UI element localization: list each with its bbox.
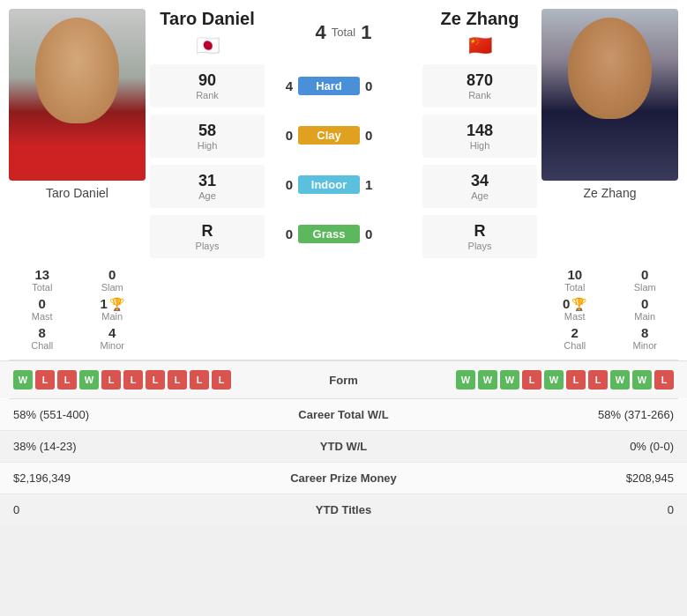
indoor-score-right: 1 [365,177,385,192]
right-plays-label: Plays [468,241,492,251]
left-trophy-icon: 🏆 [109,297,124,311]
total-score-right: 1 [361,21,371,44]
form-right-badge-1: W [478,370,497,390]
left-total-val: 13 [34,267,49,282]
left-flag-row: 🇯🇵 [196,34,220,57]
left-main-val: 1 [101,296,108,311]
stats-row-3: 0YTD Titles0 [0,494,687,526]
clay-score-left: 0 [273,128,293,143]
hard-row: 4 Hard 0 [273,77,414,95]
left-chall-val: 8 [39,325,46,340]
grass-score-left: 0 [273,226,293,241]
right-chall-cell: 2 Chall [541,325,609,351]
stats-right-3: 0 [479,494,687,526]
right-player-name: Ze Zhang [441,9,519,29]
form-right-badge-0: W [456,370,475,390]
grass-score-right: 0 [365,226,385,241]
form-right-badge-8: W [632,370,652,390]
right-player-photo-col: Ze Zhang [541,9,678,258]
form-right-badge-3: L [522,370,541,390]
stats-right-1: 0% (0-0) [479,431,687,463]
hard-score-left: 4 [273,78,293,93]
left-rank-label: Rank [196,90,219,100]
clay-score-right: 0 [365,128,385,143]
form-right-badge-4: W [544,370,564,390]
right-trophy-icon: 🏆 [571,297,586,311]
right-total-lbl: Total [564,282,585,293]
right-high-value: 148 [467,122,493,140]
left-minor-lbl: Minor [100,340,124,351]
right-age-label: Age [471,190,489,201]
right-chall-lbl: Chall [564,340,586,351]
left-slam-cell: 0 Slam [79,267,146,293]
left-flag: 🇯🇵 [196,34,220,57]
hard-badge: Hard [298,77,360,95]
form-right-badge-6: L [588,370,608,390]
stats-center-2: Career Prize Money [208,463,479,494]
stats-table: 58% (551-400)Career Total W/L58% (371-26… [0,399,687,525]
stats-left-3: 0 [0,494,208,526]
right-total-val: 10 [567,267,582,282]
left-age-label: Age [198,190,216,201]
left-slam-val: 0 [108,267,116,282]
right-rank-label: Rank [468,90,491,100]
stats-row-0: 58% (551-400)Career Total W/L58% (371-26… [0,399,687,431]
right-minor-val: 8 [641,325,648,340]
left-chall-cell: 8 Chall [9,325,76,351]
left-slam-lbl: Slam [101,282,123,293]
stats-center-3: YTD Titles [208,494,479,526]
grass-row: 0 Grass 0 [273,225,414,243]
form-label: Form [291,374,397,387]
stats-row-2: $2,196,349Career Prize Money$208,945 [0,463,687,494]
form-left-badge-6: L [146,370,165,390]
right-flag-row: 🇨🇳 [468,34,492,57]
form-right-badge-9: L [654,370,674,390]
right-slam-cell: 0 Slam [612,267,679,293]
hard-score-right: 0 [365,78,385,93]
form-right-badge-2: W [500,370,519,390]
right-age-value: 34 [471,172,489,190]
form-section: WLLWLLLLLL Form WWWLWLLWWL [0,360,687,398]
left-total-cell: 13 Total [9,267,76,293]
total-row: 4 Total 1 [273,21,414,44]
right-total-cell: 10 Total [541,267,609,293]
left-rank-value: 90 [198,71,216,90]
right-main-cell: 0 Main [612,296,679,322]
player-comparison: Taro Daniel Taro Daniel 🇯🇵 90 Rank 58 Hi… [0,0,687,267]
right-chall-val: 2 [571,325,579,340]
left-mast-cell: 0 Mast [9,296,76,322]
stats-left-0: 58% (551-400) [0,399,208,431]
center-spacer [278,267,409,351]
right-plays-value: R [474,222,486,241]
right-mast-val: 0 [563,296,570,311]
right-high-label: High [470,140,490,151]
form-left-badge-1: L [35,370,55,390]
right-rank-value: 870 [467,71,493,90]
form-right: WWWLWLLWWL [397,370,675,390]
right-slam-val: 0 [641,267,648,282]
right-bottom-stats: 10 Total 0 Slam 0🏆 Mast 0 Main 2 Chall 8 [541,267,678,351]
main-container: Taro Daniel Taro Daniel 🇯🇵 90 Rank 58 Hi… [0,0,687,525]
form-left-badge-8: L [190,370,209,390]
indoor-row: 0 Indoor 1 [273,175,414,194]
total-score-left: 4 [316,21,326,44]
left-bottom-stats: 13 Total 0 Slam 0 Mast 1 🏆 Main 8 Chall [9,267,146,351]
stats-left-2: $2,196,349 [0,463,208,494]
total-label: Total [332,26,355,39]
left-minor-cell: 4 Minor [79,325,146,351]
left-high-label: High [198,140,218,151]
form-left-badge-9: L [212,370,231,390]
left-mast-lbl: Mast [32,311,53,322]
form-right-badge-5: L [566,370,586,390]
form-left-badge-3: W [79,370,99,390]
grass-badge: Grass [298,225,360,243]
left-main-cell: 1 🏆 Main [79,296,146,322]
clay-badge: Clay [298,126,360,145]
left-player-photo-col: Taro Daniel [9,9,146,258]
stats-center-0: Career Total W/L [208,399,479,431]
form-left: WLLWLLLLLL [13,370,291,390]
right-main-lbl: Main [634,311,655,322]
stats-right-2: $208,945 [479,463,687,494]
clay-row: 0 Clay 0 [273,126,414,145]
stats-row-1: 38% (14-23)YTD W/L0% (0-0) [0,431,687,463]
